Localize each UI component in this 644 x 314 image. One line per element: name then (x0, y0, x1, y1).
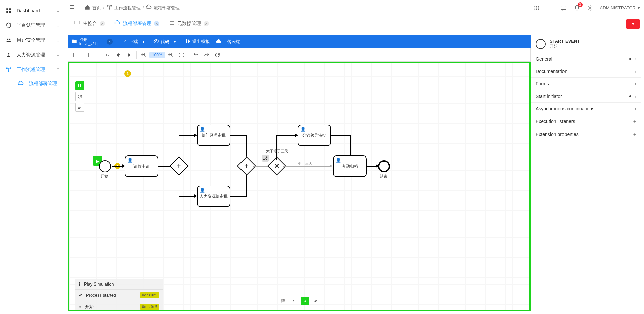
grid-icon (5, 7, 12, 14)
plus-icon[interactable]: + (633, 118, 636, 124)
filename: leave_v2.bpmn (79, 42, 105, 46)
align-center-h-icon[interactable] (124, 50, 134, 60)
start-event-icon (536, 39, 546, 49)
skip-icon[interactable]: ››› (311, 297, 320, 305)
apps-icon[interactable] (533, 4, 540, 12)
task-apply[interactable]: 👤 请假申请 (125, 155, 158, 177)
task-leader-approve[interactable]: 👤 分管领导审批 (298, 125, 331, 146)
prop-start-initiator[interactable]: Start initiator › (531, 90, 641, 103)
undo-icon[interactable] (191, 50, 201, 60)
code-button[interactable]: 代码 (151, 37, 171, 47)
refresh-icon[interactable] (212, 50, 222, 60)
code-label: 代码 (161, 39, 169, 45)
restart-button[interactable] (75, 92, 84, 101)
end-event[interactable] (378, 160, 390, 172)
prop-exec-listeners[interactable]: Execution listeners + (531, 115, 641, 128)
close-icon[interactable]: × (204, 21, 209, 26)
task-archive[interactable]: 👤 考勤归档 (333, 155, 367, 177)
log-row[interactable]: ○ 开始 0ocz0r5 (75, 301, 163, 311)
caret-down-icon[interactable]: ▾ (174, 40, 176, 44)
align-bottom-icon[interactable] (103, 50, 113, 60)
fast-forward-button[interactable]: ›› (301, 297, 309, 305)
align-top-icon[interactable] (92, 50, 102, 60)
exit-sim-button[interactable]: 退出模拟 (183, 37, 212, 47)
log-title: Play Simulation (84, 281, 114, 287)
menu-toggle[interactable] (69, 4, 77, 12)
task-dept-approve[interactable]: 👤 部门经理审批 (197, 125, 230, 146)
sidebar-item-user-sec[interactable]: 用户安全管理 ⌄ (0, 33, 65, 48)
start-label: 开始 (100, 174, 108, 179)
plus-icon[interactable]: + (633, 131, 636, 137)
svg-point-12 (109, 8, 110, 9)
close-file-icon[interactable]: × (107, 39, 113, 45)
sidebar-item-workflow[interactable]: 工作流程管理 ⌃ (0, 62, 65, 77)
log-row[interactable]: ✔ Process started 0ocz0r5 (75, 290, 163, 301)
user-icon: 👤 (300, 127, 306, 132)
sidebar-item-dashboard[interactable]: Dashboard ⌄ (0, 3, 65, 18)
danger-dropdown[interactable]: ▾ (626, 19, 640, 29)
chevron-up-icon: ⌃ (56, 67, 60, 72)
zoom-in-icon[interactable] (166, 50, 176, 60)
sidebar-item-hr[interactable]: 人力资源管理 ⌄ (0, 48, 65, 62)
svg-rect-22 (561, 6, 566, 10)
prop-general[interactable]: General › (531, 53, 641, 65)
zoom-out-icon[interactable] (139, 50, 149, 60)
fit-icon[interactable] (176, 50, 186, 60)
pause-button[interactable] (75, 81, 84, 90)
sidebar-item-auth[interactable]: 平台认证管理 ⌄ (0, 18, 65, 33)
redo-icon[interactable] (202, 50, 212, 60)
download-button[interactable]: 下载 (120, 37, 140, 47)
log-text: Process started (86, 293, 116, 298)
close-icon[interactable]: × (154, 21, 159, 26)
gear-icon[interactable] (587, 4, 594, 12)
crumb-sep: / (103, 5, 104, 10)
user-menu[interactable]: ADMINISTRATOR ▾ (600, 5, 640, 10)
prop-forms[interactable]: Forms › (531, 78, 641, 90)
chat-icon[interactable] (560, 4, 567, 12)
sidebar-label: 平台认证管理 (17, 22, 45, 28)
tab-label: 元数据管理 (177, 21, 201, 27)
check-icon: ✔ (79, 293, 83, 298)
prop-label: Documentation (536, 69, 567, 74)
bell-icon[interactable]: 2 (573, 4, 581, 12)
file-open[interactable]: 打开 leave_v2.bpmn (79, 38, 105, 46)
toolbar-primary: 打开 leave_v2.bpmn × 下载 ▾ (68, 35, 531, 48)
sidebar: Dashboard ⌄ 平台认证管理 ⌄ 用户安全管理 ⌄ 人力资源管理 ⌄ 工… (0, 0, 65, 314)
align-right-icon[interactable] (81, 50, 91, 60)
align-left-icon[interactable] (70, 50, 80, 60)
sidebar-sub: 流程部署管理 (0, 77, 65, 90)
users-icon (5, 37, 12, 44)
prop-async[interactable]: Asynchronous continuations › (531, 103, 641, 115)
caret-down-icon[interactable]: ▾ (143, 40, 144, 44)
prop-label: Asynchronous continuations (536, 106, 594, 111)
topbar-right: 2 ADMINISTRATOR ▾ (533, 4, 640, 12)
prop-label: Execution listeners (536, 119, 575, 124)
step-icon[interactable]: › (290, 297, 299, 305)
svg-rect-24 (75, 21, 79, 24)
canvas-column: 打开 leave_v2.bpmn × 下载 ▾ (68, 35, 531, 311)
prop-extension[interactable]: Extension properties + (531, 128, 641, 141)
align-center-v-icon[interactable] (113, 50, 123, 60)
svg-rect-0 (6, 8, 8, 10)
user-icon: 👤 (200, 127, 205, 132)
props-sub: 开始 (550, 44, 580, 49)
tab-console[interactable]: 主控台 × (69, 17, 110, 30)
task-label: 人力资源部审批 (200, 194, 228, 199)
crumb-home[interactable]: 首页 (92, 5, 101, 11)
log-button[interactable] (75, 103, 84, 112)
tab-deploy[interactable]: 流程部署管理 × (110, 17, 164, 30)
speed-icon[interactable]: 🏁 (279, 297, 288, 305)
fullscreen-icon[interactable] (546, 4, 554, 12)
bpmn-canvas[interactable]: 1 ▶ 1 开始 👤 请假申 (68, 62, 531, 311)
log-text: 开始 (85, 304, 94, 310)
crumb-mid[interactable]: 工作流程管理 (114, 5, 141, 11)
tab-meta[interactable]: 元数据管理 × (164, 17, 214, 30)
start-event[interactable] (99, 160, 111, 172)
chevron-down-icon: ⌄ (56, 53, 60, 57)
upload-button[interactable]: 上传云端 (214, 37, 243, 47)
task-hr-approve[interactable]: 👤 人力资源部审批 (197, 186, 230, 207)
svg-point-15 (538, 6, 539, 7)
close-icon[interactable]: × (100, 21, 105, 26)
sidebar-sub-deploy[interactable]: 流程部署管理 (12, 77, 65, 90)
prop-documentation[interactable]: Documentation › (531, 65, 641, 78)
